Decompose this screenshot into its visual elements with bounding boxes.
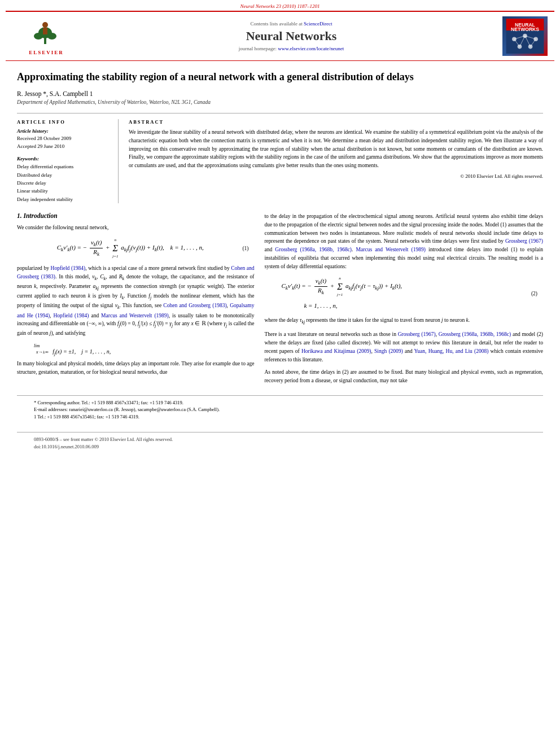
section1-para1: popularized by Hopfield (1984), which is… (17, 264, 254, 338)
section1-right-para2: where the delay τkj represents the time … (264, 316, 543, 326)
footnote-section: * Corresponding author. Tel.: +1 519 888… (17, 395, 543, 421)
ref-grossberg1967: Grossberg (1967) (505, 238, 543, 244)
equation-1-content: Ckv'k(t) = − vk(t) Rk + n Σ j=1 akjfj(vj… (23, 237, 238, 260)
ref-grossberg1968: Grossberg (1968a, 1968b, 1968c) (275, 247, 352, 252)
keyword-1: Delay differential equations (17, 163, 111, 171)
ref-mw1989: Marcus and Westervelt (1989) (356, 247, 426, 252)
doi-line: doi:10.1016/j.neunet.2010.06.009 (34, 443, 543, 451)
page-footer: 0893-6080/$ – see front matter © 2010 El… (17, 432, 543, 451)
journal-homepage: journal homepage: www.elsevier.com/locat… (86, 46, 497, 51)
ref-horikawa: Horikawa and Kitajimaa (2009) (301, 348, 371, 354)
elsevier-logo (15, 18, 77, 49)
ref-marcus: Marcus and Westervelt (1989) (101, 313, 169, 318)
citation-text: Neural Networks 23 (2010) 1187–1201 (240, 3, 320, 9)
nn-logo: NEURAL NETWORKS (502, 16, 548, 56)
abstract-label: ABSTRACT (129, 119, 543, 125)
journal-citation: Neural Networks 23 (2010) 1187–1201 (0, 0, 560, 11)
nn-logo-icon: NEURAL NETWORKS (505, 19, 545, 54)
body-right-column: to the delay in the propagation of the e… (264, 212, 543, 389)
copyright: © 2010 Elsevier Ltd. All rights reserved… (129, 173, 543, 179)
elsevier-label: ELSEVIER (29, 50, 64, 55)
section1-right-para1: to the delay in the propagation of the e… (264, 212, 543, 270)
body-columns: 1. Introduction We consider the followin… (17, 212, 543, 389)
abstract-text: We investigate the linear stability of a… (129, 128, 543, 170)
ref-g1967b: Grossberg (1967) (398, 331, 436, 337)
svg-text:NETWORKS: NETWORKS (511, 27, 539, 32)
footnote-email: E-mail addresses: ranariei@uwaterloo.ca … (34, 406, 543, 413)
eq2-number: (2) (531, 291, 537, 296)
history-label: Article history: (17, 128, 111, 134)
affiliation: Department of Applied Mathematics, Unive… (17, 99, 543, 105)
article-info-column: ARTICLE INFO Article history: Received 2… (17, 119, 119, 203)
ref-hopfield2: Hopfield (1984) (53, 313, 89, 318)
elsevier-logo-container: ELSEVIER (12, 18, 80, 55)
info-abstract-columns: ARTICLE INFO Article history: Received 2… (17, 113, 543, 203)
svg-rect-5 (43, 28, 47, 34)
svg-point-3 (47, 33, 56, 40)
journal-title: Neural Networks (86, 29, 497, 43)
svg-point-14 (528, 45, 533, 49)
abstract-column: ABSTRACT We investigate the linear stabi… (129, 119, 543, 203)
footnote-1: 1 Tel.: +1 519 888 4567x35461; fax: +1 5… (34, 413, 543, 421)
received-date: Received 28 October 2009 (17, 135, 111, 143)
svg-point-4 (42, 22, 48, 28)
body-left-column: 1. Introduction We consider the followin… (17, 212, 254, 389)
article-title: Approximating the stability region of a … (17, 70, 543, 84)
author-names: R. Jessop *, S.A. Campbell 1 (17, 90, 93, 97)
limit-block: lim x→±∞ fj(x) = ±1, j = 1, . . . , n, (34, 342, 254, 356)
homepage-label: journal homepage: (239, 46, 277, 51)
keyword-3: Discrete delay (17, 179, 111, 187)
section1-right-para3: There is a vast literature on neural net… (264, 330, 543, 364)
contents-label: Contents lists available at (251, 21, 303, 27)
ref-cg1983: Cohen and Grossberg (1983) (163, 303, 226, 308)
eq2-sum: n Σ j=1 (337, 275, 343, 298)
accepted-date: Accepted 29 June 2010 (17, 143, 111, 151)
eq1-sum: n Σ j=1 (112, 237, 118, 260)
eq1-fraction: vk(t) Rk (90, 239, 103, 257)
issn-line: 0893-6080/$ – see front matter © 2010 El… (34, 436, 543, 443)
equation-2-block: Ckv'k(t) = − vk(t) Rk + n Σ j=1 akjfj( (264, 275, 543, 312)
sciencedirect-line: Contents lists available at ScienceDirec… (86, 21, 497, 27)
section1-right-para4: As noted above, the time delays in (2) a… (264, 368, 543, 385)
eq1-number: (1) (242, 246, 248, 251)
keywords-list: Delay differential equations Distributed… (17, 163, 111, 203)
ref-g1968b: Grossberg (1968a, 1968b, 1968c) (439, 331, 511, 337)
equation-1-block: Ckv'k(t) = − vk(t) Rk + n Σ j=1 akjfj(vj… (17, 237, 254, 260)
equation-2-content: Ckv'k(t) = − vk(t) Rk + n Σ j=1 akjfj( (270, 275, 526, 312)
section1-intro: We consider the following neural network… (17, 224, 254, 232)
journal-header: ELSEVIER Contents lists available at Sci… (6, 11, 554, 61)
keyword-2: Distributed delay (17, 171, 111, 179)
ref-yuan: Yuan, Huang, Hu, and Liu (2008) (414, 348, 489, 354)
homepage-url[interactable]: www.elsevier.com/locate/neunet (278, 46, 344, 51)
authors: R. Jessop *, S.A. Campbell 1 (17, 90, 543, 97)
journal-center: Contents lists available at ScienceDirec… (80, 21, 502, 51)
ref-singh: Singh (2009) (374, 348, 403, 354)
keywords-label: Keywords: (17, 156, 111, 161)
svg-point-13 (518, 45, 522, 49)
sciencedirect-link[interactable]: ScienceDirect (304, 21, 332, 27)
footnote-star: * Corresponding author. Tel.: +1 519 888… (34, 399, 543, 407)
section1-heading: 1. Introduction (17, 212, 254, 219)
keyword-5: Delay independent stability (17, 195, 111, 203)
eq2-fraction: vk(t) Rk (314, 277, 327, 296)
elsevier-tree-icon (23, 20, 71, 46)
article-info-label: ARTICLE INFO (17, 119, 111, 125)
keyword-4: Linear stability (17, 187, 111, 195)
svg-point-2 (34, 33, 43, 40)
main-content: Approximating the stability region of a … (0, 61, 560, 461)
ref-hopfield1984: Hopfield (1984) (51, 265, 86, 271)
section1-para2: In many biological and physical models, … (17, 360, 254, 376)
